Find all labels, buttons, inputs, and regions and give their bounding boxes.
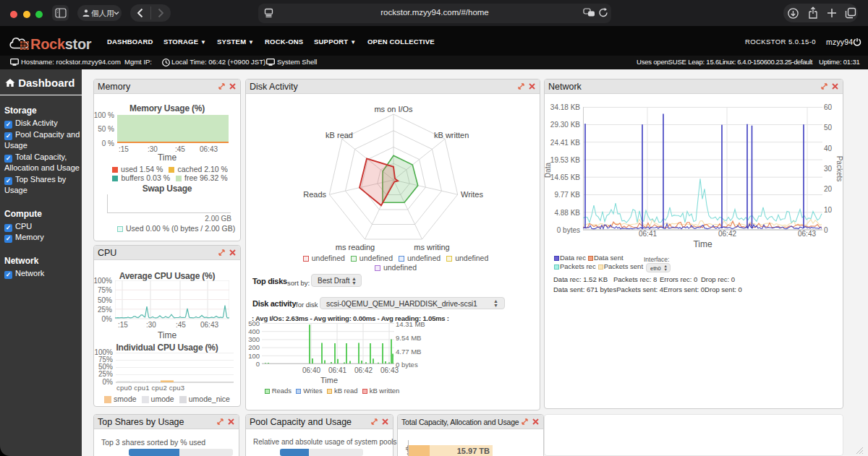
svg-text:Reads: Reads bbox=[303, 190, 326, 199]
svg-text:Writes: Writes bbox=[461, 190, 483, 199]
svg-text:ms writing: ms writing bbox=[414, 243, 450, 251]
svg-text:ms reading: ms reading bbox=[336, 243, 375, 251]
svg-text:kB written: kB written bbox=[434, 131, 469, 139]
svg-text:kB read: kB read bbox=[326, 131, 353, 139]
svg-text:ms on I/Os: ms on I/Os bbox=[374, 105, 413, 113]
